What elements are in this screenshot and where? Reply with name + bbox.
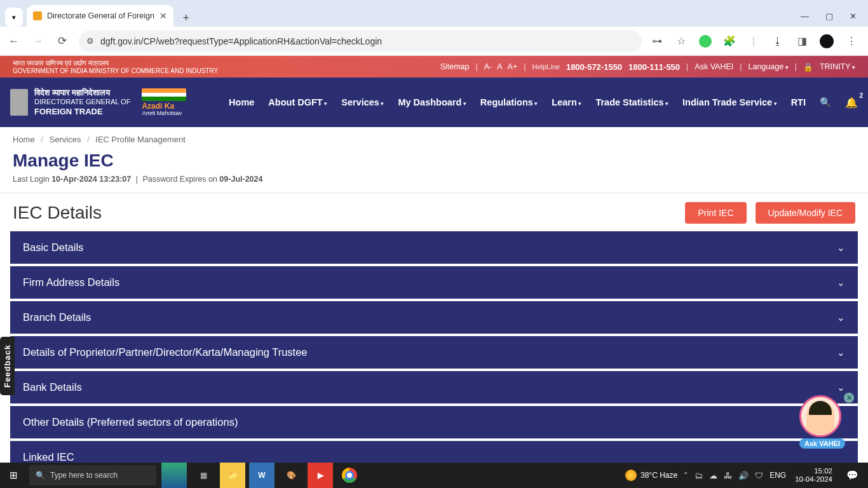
nav-item-regulations[interactable]: Regulations — [480, 97, 538, 107]
taskbar-chrome-icon[interactable] — [337, 463, 362, 488]
brand-hindi: विदेश व्यापार महानिदेशालय — [34, 88, 130, 98]
close-window-button[interactable]: ✕ — [850, 11, 857, 21]
nav-item-rti[interactable]: RTI — [791, 97, 806, 107]
chevron-down-icon: ⌄ — [837, 242, 845, 254]
accordion-item[interactable]: Firm Address Details⌄ — [10, 266, 858, 299]
section-heading: IEC Details — [13, 203, 102, 223]
accordion-label: Bank Details — [23, 381, 82, 393]
accordion: Basic Details⌄Firm Address Details⌄Branc… — [0, 231, 868, 484]
tray-chevron-icon[interactable]: ˄ — [684, 471, 688, 480]
taskbar-app-icon[interactable]: 🎨 — [278, 463, 304, 488]
chatbot-close-icon[interactable]: ✕ — [844, 393, 854, 403]
tray-onedrive-icon[interactable]: ☁ — [709, 471, 717, 480]
helpline-phone-1[interactable]: 1800-572-1550 — [566, 62, 622, 72]
browser-tab-active[interactable]: Directorate General of Foreign ✕ — [27, 5, 173, 27]
site-info-icon[interactable]: ⚙ — [86, 36, 94, 46]
weather-widget[interactable]: 38°C Haze — [625, 470, 677, 481]
tricolor-flag-icon — [142, 88, 186, 101]
notifications-icon[interactable]: 💬 — [841, 470, 863, 481]
accordion-item[interactable]: Other Details (Preferred sectors of oper… — [10, 406, 858, 438]
nav-item-home[interactable]: Home — [229, 97, 254, 107]
chevron-down-icon: ⌄ — [837, 277, 845, 288]
tray-security-icon[interactable]: 🛡 — [755, 471, 763, 480]
breadcrumb-services[interactable]: Services — [50, 135, 81, 144]
accordion-item[interactable]: Details of Proprietor/Partner/Director/K… — [10, 336, 858, 369]
forward-button[interactable]: → — [31, 35, 46, 48]
gov-hindi-text: भारत सरकार वाणिज्य एवं उद्योग मंत्रालय — [13, 59, 218, 67]
ask-vahei-link[interactable]: Ask VAHEI — [695, 62, 733, 71]
start-button[interactable]: ⊞ — [0, 463, 27, 488]
tray-network-icon[interactable]: 🖧 — [724, 471, 732, 480]
taskbar-search[interactable]: 🔍 Type here to search — [29, 465, 156, 485]
sitemap-link[interactable]: Sitemap — [440, 62, 470, 71]
extension-green-icon[interactable] — [699, 35, 712, 48]
chevron-down-icon: ⌄ — [837, 382, 845, 393]
nav-item-about-dgft[interactable]: About DGFT — [268, 97, 327, 107]
maximize-button[interactable]: ▢ — [825, 11, 833, 21]
gov-identity: भारत सरकार वाणिज्य एवं उद्योग मंत्रालय G… — [13, 59, 218, 74]
taskbar-word-icon[interactable]: W — [249, 463, 275, 488]
tab-favicon — [33, 11, 42, 20]
minimize-button[interactable]: — — [801, 11, 809, 21]
font-increase-button[interactable]: A+ — [508, 62, 518, 71]
tray-language[interactable]: ENG — [770, 471, 786, 480]
brand-block[interactable]: विदेश व्यापार महानिदेशालय DIRECTORATE GE… — [10, 88, 130, 117]
taskbar-widgets-icon[interactable] — [161, 463, 187, 488]
helpline-phone-2[interactable]: 1800-111-550 — [628, 62, 680, 72]
nav-item-trade-statistics[interactable]: Trade Statistics — [595, 97, 668, 107]
password-expiry-label: Password Expires on — [142, 175, 219, 184]
accordion-item[interactable]: Bank Details⌄ — [10, 371, 858, 403]
taskbar-anydesk-icon[interactable]: ▶ — [308, 463, 333, 488]
chrome-menu-icon[interactable]: ⋮ — [845, 35, 858, 48]
breadcrumb: Home / Services / IEC Profile Management — [0, 127, 868, 148]
azadi-line2: Amrit Mahotsav — [142, 111, 205, 116]
windows-taskbar: ⊞ 🔍 Type here to search ▦ 📁 W 🎨 ▶ 38°C H… — [0, 463, 868, 488]
gov-top-bar: भारत सरकार वाणिज्य एवं उद्योग मंत्रालय G… — [0, 56, 868, 78]
update-modify-iec-button[interactable]: Update/Modify IEC — [756, 202, 856, 224]
font-normal-button[interactable]: A — [497, 62, 502, 71]
nav-item-my-dashboard[interactable]: My Dashboard — [398, 97, 466, 107]
sidepanel-icon[interactable]: ◨ — [796, 35, 808, 48]
downloads-icon[interactable]: ⭳ — [771, 35, 784, 48]
user-dropdown[interactable]: TRINITY — [820, 62, 855, 71]
back-button[interactable]: ← — [6, 35, 22, 48]
nav-search-icon[interactable]: 🔍 — [820, 97, 831, 108]
new-tab-button[interactable]: + — [177, 9, 195, 27]
chatbot-widget[interactable]: ✕ Ask VAHEI — [799, 395, 845, 449]
tray-volume-icon[interactable]: 🔊 — [738, 471, 749, 480]
accordion-item[interactable]: Branch Details⌄ — [10, 301, 858, 334]
brand-line3: FOREIGN TRADE — [34, 107, 130, 117]
nav-item-indian-trade-service[interactable]: Indian Trade Service — [682, 97, 777, 107]
chevron-down-icon: ⌄ — [837, 312, 845, 323]
taskbar-taskview-icon[interactable]: ▦ — [191, 463, 216, 488]
separator: | — [795, 62, 797, 71]
nav-item-learn[interactable]: Learn — [552, 97, 581, 107]
password-key-icon[interactable]: ⊶ — [651, 35, 663, 48]
language-dropdown[interactable]: Language — [748, 62, 788, 71]
extensions-puzzle-icon[interactable]: 🧩 — [723, 35, 736, 48]
address-bar[interactable]: ⚙ dgft.gov.in/CP/web?requestType=Applica… — [79, 30, 642, 52]
bookmark-star-icon[interactable]: ☆ — [675, 35, 688, 48]
browser-chrome: ▾ Directorate General of Foreign ✕ + — ▢… — [0, 0, 868, 56]
breadcrumb-sep: / — [83, 135, 93, 144]
separator: | — [476, 62, 478, 71]
chatbot-avatar-icon[interactable] — [799, 395, 841, 437]
nav-item-services[interactable]: Services — [341, 97, 384, 107]
profile-avatar[interactable] — [820, 34, 834, 48]
reload-button[interactable]: ⟳ — [55, 34, 70, 48]
nav-bell-icon[interactable]: 🔔2 — [845, 97, 858, 109]
tray-battery-icon[interactable]: 🗂 — [695, 471, 703, 480]
accordion-item[interactable]: Basic Details⌄ — [10, 231, 858, 264]
taskbar-clock[interactable]: 15:02 10-04-2024 — [792, 467, 835, 484]
taskbar-explorer-icon[interactable]: 📁 — [220, 463, 245, 488]
feedback-tab[interactable]: Feedback — [0, 337, 15, 395]
tab-strip: ▾ Directorate General of Foreign ✕ + — ▢… — [0, 0, 868, 27]
tab-list-dropdown[interactable]: ▾ — [5, 8, 23, 27]
last-login-value: 10-Apr-2024 13:23:07 — [51, 175, 131, 184]
helpline-label: HelpLine — [532, 63, 559, 71]
national-emblem-icon — [10, 89, 28, 116]
print-iec-button[interactable]: Print IEC — [685, 202, 746, 224]
breadcrumb-home[interactable]: Home — [13, 135, 35, 144]
tab-close-icon[interactable]: ✕ — [159, 11, 167, 21]
font-decrease-button[interactable]: A- — [484, 62, 492, 71]
